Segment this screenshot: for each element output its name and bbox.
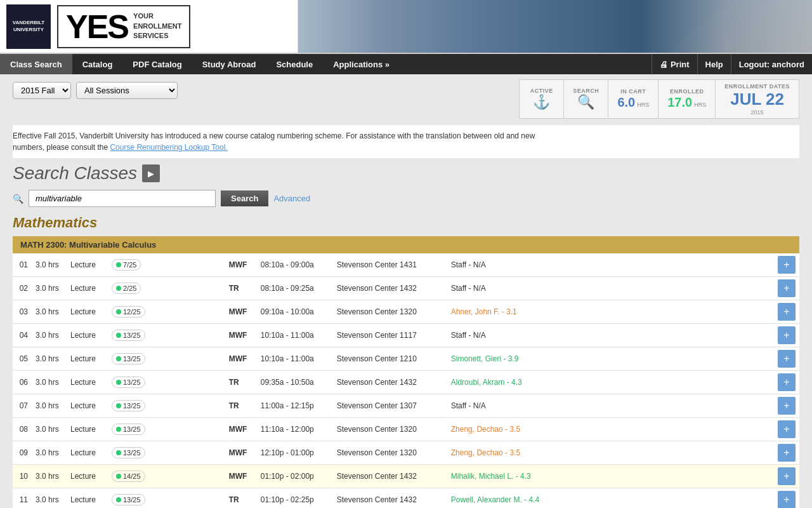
search-stat: SEARCH 🔍 [564,80,608,118]
section-enrollment[interactable]: 13/25 [108,347,225,371]
table-row: 02 3.0 hrs Lecture 2/25 TR 08:10a - 09:2… [13,277,799,300]
nav-class-search[interactable]: Class Search [0,54,72,74]
section-enrollment[interactable]: 13/25 [108,418,225,441]
enroll-badge[interactable]: 13/25 [112,377,145,388]
enrollment-dot [116,356,121,361]
section-hrs: 3.0 hrs [32,418,67,441]
in-cart-label: IN CART [620,88,646,95]
section-location: Stevenson Center 1320 [333,300,447,324]
section-enrollment[interactable]: 12/25 [108,300,225,324]
section-enrollment[interactable]: 13/25 [108,371,225,394]
table-row: 01 3.0 hrs Lecture 7/25 MWF 08:10a - 09:… [13,253,799,277]
section-hrs: 3.0 hrs [32,347,67,371]
section-time: 09:10a - 10:00a [257,300,333,324]
add-section-button[interactable]: + [778,397,796,415]
section-enrollment[interactable]: 13/25 [108,441,225,465]
section-days: MWF [225,324,257,347]
search-input[interactable] [29,190,216,207]
section-time: 01:10p - 02:25p [257,488,333,509]
add-section-button[interactable]: + [778,420,796,438]
section-num: 06 [13,371,32,394]
enroll-badge[interactable]: 14/25 [112,471,145,482]
add-section-button[interactable]: + [778,467,796,485]
enroll-badge[interactable]: 13/25 [112,494,145,505]
section-time: 10:10a - 11:00a [257,324,333,347]
help-button[interactable]: Help [697,54,731,74]
stats-container: ACTIVE ⚓ SEARCH 🔍 IN CART 6.0 HRS ENROLL… [519,79,799,119]
section-instructor: Zheng, Dechao - 3.5 [447,441,774,465]
nav-catalog[interactable]: Catalog [72,54,123,74]
section-location: Stevenson Center 1432 [333,277,447,300]
logout-button[interactable]: Logout: anchord [731,54,812,74]
enrolled-value: 17.0 [667,95,692,110]
session-selector[interactable]: All Sessions [76,82,178,99]
add-section-button[interactable]: + [778,444,796,462]
add-section-button[interactable]: + [778,279,796,297]
section-days: TR [225,488,257,509]
section-enrollment[interactable]: 13/25 [108,324,225,347]
nav-applications[interactable]: Applications » [323,54,400,74]
section-time: 10:10a - 11:00a [257,347,333,371]
section-num: 03 [13,300,32,324]
enrollment-dot [116,497,121,502]
add-section-button[interactable]: + [778,326,796,344]
print-button[interactable]: 🖨 Print [652,54,697,74]
search-button[interactable]: Search [221,190,268,206]
section-num: 11 [13,488,32,509]
section-time: 12:10p - 01:00p [257,441,333,465]
section-type: Lecture [67,371,108,394]
section-enrollment[interactable]: 13/25 [108,394,225,418]
section-enrollment[interactable]: 14/25 [108,465,225,488]
in-cart-value: 6.0 [617,95,635,110]
section-enrollment[interactable]: 13/25 [108,488,225,509]
term-selector[interactable]: 2015 Fall [13,82,71,99]
add-section-button[interactable]: + [778,303,796,321]
enroll-badge[interactable]: 13/25 [112,447,145,458]
add-cell: + [774,488,799,509]
section-instructor: Staff - N/A [447,324,774,347]
enroll-badge[interactable]: 12/25 [112,306,145,318]
section-location: Stevenson Center 1307 [333,394,447,418]
add-section-button[interactable]: + [778,373,796,391]
section-num: 05 [13,347,32,371]
section-num: 10 [13,465,32,488]
section-hrs: 3.0 hrs [32,253,67,277]
advanced-link[interactable]: Advanced [273,194,310,203]
logo-area: VANDERBILTUNIVERSITY YES YOUR ENROLLMENT… [0,0,298,53]
yes-text: YES [66,10,128,43]
yes-brand: YES YOUR ENROLLMENT SERVICES [57,5,190,48]
table-row: 04 3.0 hrs Lecture 13/25 MWF 10:10a - 11… [13,324,799,347]
enroll-badge[interactable]: 13/25 [112,330,145,341]
section-num: 01 [13,253,32,277]
enrollment-dot [116,309,121,314]
nav-study-abroad[interactable]: Study Abroad [192,54,266,74]
section-enrollment[interactable]: 2/25 [108,277,225,300]
section-type: Lecture [67,394,108,418]
enroll-badge[interactable]: 13/25 [112,400,145,411]
renumbering-link[interactable]: Course Renumbering Lookup Tool. [110,143,227,152]
section-type: Lecture [67,441,108,465]
enroll-badge[interactable]: 13/25 [112,424,145,435]
enrollment-dot [116,286,121,291]
section-hrs: 3.0 hrs [32,277,67,300]
nav-schedule[interactable]: Schedule [266,54,323,74]
search-arrow-button[interactable]: ▶ [142,164,160,182]
section-num: 02 [13,277,32,300]
add-cell: + [774,347,799,371]
selectors: 2015 Fall All Sessions [13,79,178,99]
section-type: Lecture [67,300,108,324]
section-days: MWF [225,253,257,277]
enroll-badge[interactable]: 13/25 [112,353,145,364]
add-section-button[interactable]: + [778,350,796,368]
section-enrollment[interactable]: 7/25 [108,253,225,277]
section-time: 08:10a - 09:25a [257,277,333,300]
add-cell: + [774,371,799,394]
add-section-button[interactable]: + [778,491,796,508]
enroll-badge[interactable]: 2/25 [112,283,141,294]
add-section-button[interactable]: + [778,256,796,274]
nav-pdf-catalog[interactable]: PDF Catalog [122,54,192,74]
section-time: 08:10a - 09:00a [257,253,333,277]
enroll-badge[interactable]: 7/25 [112,259,141,271]
section-days: MWF [225,441,257,465]
section-days: MWF [225,347,257,371]
